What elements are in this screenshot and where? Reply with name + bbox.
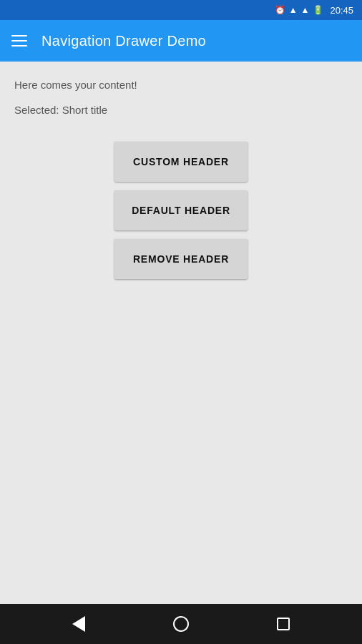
remove-header-button[interactable]: REMOVE HEADER: [114, 239, 248, 279]
hamburger-line-3: [11, 45, 27, 47]
custom-header-button[interactable]: CUSTOM HEADER: [114, 142, 248, 182]
bottom-navigation-bar: [0, 604, 362, 644]
home-circle-icon: [173, 616, 189, 632]
main-content: Here comes your content! Selected: Short…: [0, 62, 362, 604]
app-bar-title: Navigation Drawer Demo: [41, 33, 206, 49]
recents-button[interactable]: [277, 618, 290, 630]
home-button[interactable]: [173, 616, 189, 632]
status-time: 20:45: [330, 5, 353, 16]
recents-square-icon: [277, 618, 290, 630]
app-bar: Navigation Drawer Demo: [0, 20, 362, 62]
status-icons: ⏰ ▲ ▲ 🔋 20:45: [275, 5, 353, 16]
content-text: Here comes your content!: [14, 79, 137, 91]
hamburger-line-2: [11, 40, 27, 42]
hamburger-line-1: [11, 35, 27, 36]
back-button[interactable]: [72, 616, 85, 632]
back-triangle-icon: [72, 616, 85, 632]
battery-icon: 🔋: [313, 5, 323, 15]
alarm-icon: ⏰: [275, 5, 285, 15]
status-bar: ⏰ ▲ ▲ 🔋 20:45: [0, 0, 362, 20]
buttons-container: CUSTOM HEADER DEFAULT HEADER REMOVE HEAD…: [14, 142, 348, 279]
wifi-icon: ▲: [289, 5, 298, 15]
hamburger-menu-icon[interactable]: [11, 35, 27, 47]
default-header-button[interactable]: DEFAULT HEADER: [114, 190, 248, 230]
selected-text: Selected: Short title: [14, 104, 107, 116]
signal-icon: ▲: [301, 5, 310, 15]
